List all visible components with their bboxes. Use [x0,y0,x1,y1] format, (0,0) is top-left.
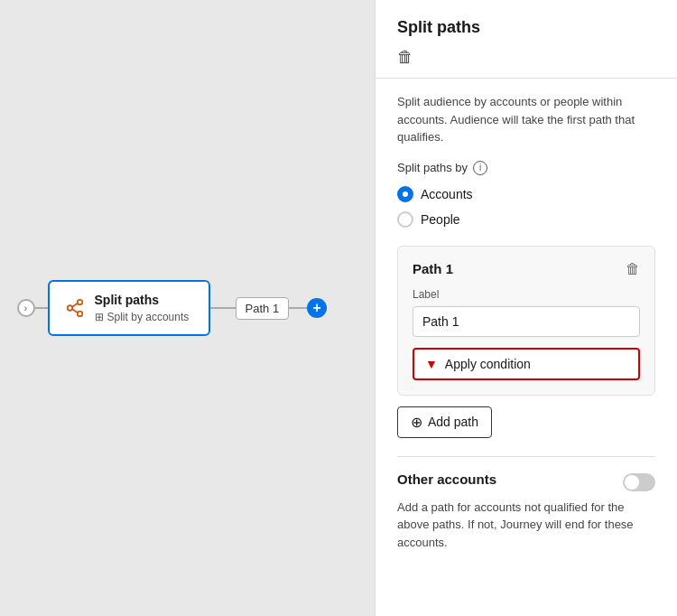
split-paths-node[interactable]: Split paths ⊞ Split by accounts [48,280,210,336]
other-accounts-title: Other accounts [397,471,496,487]
connector-after-label [289,307,307,309]
add-path-button[interactable]: ⊕ Add path [397,406,492,438]
node-subtitle: ⊞ Split by accounts [95,311,190,323]
left-nav-arrow[interactable]: › [17,299,35,317]
path-label-input[interactable] [413,306,640,337]
connector-right [210,307,236,309]
panel-header: Split paths 🗑 [376,0,677,79]
split-by-row: Split paths by i [397,161,655,175]
info-icon[interactable]: i [473,161,487,175]
node-title: Split paths [95,293,190,307]
filter-icon: ▼ [425,357,438,371]
svg-point-2 [77,312,82,317]
panel-description: Split audience by accounts or people wit… [397,93,655,146]
right-panel: Split paths 🗑 Split audience by accounts… [375,0,677,616]
flow-container: › Split paths ⊞ Sp [17,280,328,336]
add-path-label: Add path [428,415,478,429]
radio-people-label: People [421,212,460,227]
radio-item-people[interactable]: People [397,211,655,228]
panel-title: Split paths [397,18,655,37]
add-path-icon: ⊕ [411,414,422,431]
grid-icon: ⊞ [95,311,104,323]
share-icon [62,295,88,321]
other-accounts-row: Other accounts [397,471,655,491]
svg-line-3 [71,303,77,307]
panel-body: Split audience by accounts or people wit… [376,79,677,616]
path-card-delete-icon[interactable]: 🗑 [626,261,640,277]
svg-point-1 [67,305,72,311]
add-path-circle-button[interactable]: + [307,298,327,318]
other-accounts-toggle[interactable] [623,473,655,491]
canvas-area: › Split paths ⊞ Sp [0,0,375,616]
split-by-label: Split paths by [397,161,468,174]
panel-delete-icon[interactable]: 🗑 [397,48,655,67]
path-card-header: Path 1 🗑 [413,261,640,277]
path-card: Path 1 🗑 Label ▼ Apply condition [397,246,655,396]
svg-point-0 [77,300,82,305]
radio-people-circle[interactable] [397,211,413,228]
other-accounts-description: Add a path for accounts not qualified fo… [397,499,655,552]
path-card-title: Path 1 [413,261,453,276]
radio-accounts-circle[interactable] [397,186,413,202]
apply-condition-button[interactable]: ▼ Apply condition [413,348,640,380]
svg-line-4 [71,309,77,313]
connector-left [35,307,48,309]
path-label-box: Path 1 [236,297,290,320]
radio-accounts-label: Accounts [421,187,473,201]
apply-condition-label: Apply condition [445,357,531,371]
radio-group: Accounts People [397,186,655,228]
radio-item-accounts[interactable]: Accounts [397,186,655,202]
path-label-field-label: Label [413,288,640,301]
divider [397,456,655,457]
